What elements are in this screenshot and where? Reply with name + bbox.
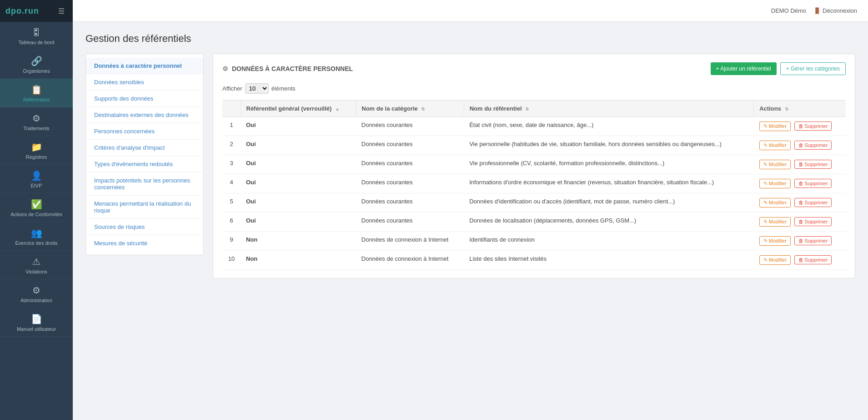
edit-button[interactable]: ✎ Modifier [759, 160, 791, 169]
sidebar-logo: dpo.run [5, 6, 39, 16]
cell-referentiel: Vie professionnelle (CV, scolarité, form… [464, 155, 754, 174]
delete-button[interactable]: 🗑 Supprimer [794, 217, 832, 226]
sidebar-item-administration[interactable]: ⚙ Administration [0, 279, 73, 308]
edit-button[interactable]: ✎ Modifier [759, 141, 791, 150]
delete-button[interactable]: 🗑 Supprimer [794, 141, 832, 150]
delete-button[interactable]: 🗑 Supprimer [794, 255, 832, 264]
sidebar-icon-traitements: ⚙ [32, 113, 40, 124]
table-row: 3 Oui Données courantes Vie professionne… [222, 155, 846, 174]
col-nom-categorie: Nom de la catégorie ⇅ [356, 101, 464, 117]
left-panel-item-destinataires-externes[interactable]: Destinataires externes des données [86, 107, 203, 123]
left-panel-item-donnees-sensibles[interactable]: Données sensibles [86, 74, 203, 91]
left-panel-item-types-evenements[interactable]: Types d'événements redoutés [86, 156, 203, 172]
sidebar-item-exercice-des-droits[interactable]: 👥 Exercice des droits [0, 222, 73, 251]
table-header-row: Référentiel général (verrouillé) ▲ Nom d… [222, 101, 846, 117]
cell-categorie: Données de connexion à Internet [356, 251, 464, 270]
cell-actions: ✎ Modifier 🗑 Supprimer [754, 136, 846, 155]
add-referentiel-button[interactable]: + Ajouter un référentiel [711, 62, 777, 75]
sidebar: dpo.run ☰ 🎛 Tableau de bord 🔗 Organismes… [0, 0, 73, 420]
edit-button[interactable]: ✎ Modifier [759, 255, 791, 265]
cell-actions: ✎ Modifier 🗑 Supprimer [754, 174, 846, 193]
left-panel-item-donnees-personnelles[interactable]: Données à caractère personnel [86, 58, 203, 74]
edit-button[interactable]: ✎ Modifier [759, 236, 791, 246]
content-area: Gestion des référentiels Données à carac… [73, 22, 868, 420]
sidebar-label-exercice-des-droits: Exercice des droits [15, 240, 58, 246]
sidebar-item-referentiels[interactable]: 📋 Référentiels [0, 79, 73, 107]
cell-general: Oui [241, 155, 356, 174]
table-row: 6 Oui Données courantes Données de local… [222, 213, 846, 232]
sort-icon-categorie[interactable]: ⇅ [421, 106, 425, 111]
sidebar-item-organismes[interactable]: 🔗 Organismes [0, 50, 73, 79]
sidebar-header: dpo.run ☰ [0, 0, 73, 22]
sidebar-icon-manuel-utilisateur: 📄 [31, 314, 42, 324]
cell-num: 6 [222, 213, 241, 232]
cell-general: Oui [241, 213, 356, 232]
sort-icon-actions[interactable]: ⇅ [785, 106, 788, 111]
left-panel-item-menaces[interactable]: Menaces permettant la réalisation du ris… [86, 196, 203, 219]
table-body: 1 Oui Données courantes État civil (nom,… [222, 117, 846, 270]
sidebar-item-actions-de-conformites[interactable]: ✅ Actions de Conformités [0, 193, 73, 222]
cell-categorie: Données de connexion à Internet [356, 232, 464, 251]
delete-button[interactable]: 🗑 Supprimer [794, 179, 832, 188]
left-panel-item-criteres-analyse-impact[interactable]: Critères d'analyse d'impact [86, 140, 203, 156]
left-panel-item-supports-des-donnees[interactable]: Supports des données [86, 91, 203, 107]
sidebar-item-eivp[interactable]: 👤 EIVP [0, 165, 73, 193]
sidebar-label-violations: Violations [25, 269, 47, 274]
cell-referentiel: Données de localisation (déplacements, d… [464, 213, 754, 232]
edit-button[interactable]: ✎ Modifier [759, 217, 791, 227]
delete-button[interactable]: 🗑 Supprimer [794, 236, 832, 245]
table-row: 9 Non Données de connexion à Internet Id… [222, 232, 846, 251]
edit-button[interactable]: ✎ Modifier [759, 198, 791, 207]
cell-actions: ✎ Modifier 🗑 Supprimer [754, 155, 846, 174]
section-header: ⚙ DONNÉES À CARACTÈRE PERSONNEL + Ajoute… [222, 62, 846, 75]
section-title-text: DONNÉES À CARACTÈRE PERSONNEL [232, 65, 353, 72]
sidebar-icon-referentiels: 📋 [31, 84, 42, 95]
col-nom-referentiel-label: Nom du référentiel [470, 105, 522, 112]
sidebar-icon-tableau-de-bord: 🎛 [32, 27, 41, 38]
left-panel-item-sources-de-risques[interactable]: Sources de risques [86, 219, 203, 235]
sidebar-toggle-icon[interactable]: ☰ [55, 6, 67, 16]
logout-label: Déconnexion [823, 7, 857, 14]
show-entries-select[interactable]: 102550100 [245, 83, 269, 94]
cell-referentiel: Identifiants de connexion [464, 232, 754, 251]
sidebar-icon-violations: ⚠ [32, 256, 40, 267]
delete-button[interactable]: 🗑 Supprimer [794, 160, 832, 169]
delete-button[interactable]: 🗑 Supprimer [794, 198, 832, 207]
manage-categories-button[interactable]: + Gérer les catégories [780, 62, 846, 75]
left-panel-item-personnes-concernees[interactable]: Personnes concernées [86, 123, 203, 140]
cell-num: 3 [222, 155, 241, 174]
logo-text: dpo [5, 6, 22, 15]
sidebar-label-tableau-de-bord: Tableau de bord [19, 40, 55, 45]
left-panel-item-mesures-securite[interactable]: Mesures de sécurité [86, 235, 203, 251]
sidebar-item-violations[interactable]: ⚠ Violations [0, 251, 73, 279]
cell-general: Oui [241, 174, 356, 193]
col-nom-categorie-label: Nom de la catégorie [361, 105, 418, 112]
cell-general: Oui [241, 117, 356, 136]
sort-icon-referentiel[interactable]: ▲ [335, 106, 340, 111]
sort-icon-nom[interactable]: ⇅ [525, 106, 529, 111]
table-row: 1 Oui Données courantes État civil (nom,… [222, 117, 846, 136]
sidebar-item-registres[interactable]: 📁 Registres [0, 136, 73, 165]
show-entries-suffix: éléments [271, 85, 296, 92]
sidebar-item-tableau-de-bord[interactable]: 🎛 Tableau de bord [0, 22, 73, 50]
cell-referentiel: Données d'identification ou d'accès (ide… [464, 193, 754, 213]
logout-button[interactable]: 🚪 Déconnexion [813, 7, 857, 14]
sidebar-label-traitements: Traitements [23, 126, 50, 131]
sidebar-item-manuel-utilisateur[interactable]: 📄 Manuel utilisateur [0, 308, 73, 337]
delete-button[interactable]: 🗑 Supprimer [794, 121, 832, 131]
edit-button[interactable]: ✎ Modifier [759, 121, 791, 131]
left-panel-item-impacts-potentiels[interactable]: Impacts potentiels sur les personnes con… [86, 172, 203, 196]
col-actions: Actions ⇅ [754, 101, 846, 117]
cell-actions: ✎ Modifier 🗑 Supprimer [754, 213, 846, 232]
sidebar-label-referentiels: Référentiels [23, 97, 50, 102]
col-nom-referentiel: Nom du référentiel ⇅ [464, 101, 754, 117]
show-entries-label: Afficher [222, 85, 242, 92]
cell-num: 10 [222, 251, 241, 270]
edit-button[interactable]: ✎ Modifier [759, 179, 791, 188]
sidebar-item-traitements[interactable]: ⚙ Traitements [0, 107, 73, 136]
sidebar-icon-actions-de-conformites: ✅ [31, 199, 42, 210]
cell-categorie: Données courantes [356, 117, 464, 136]
topbar-user: DEMO Démo [771, 7, 806, 14]
cell-categorie: Données courantes [356, 193, 464, 213]
sidebar-icon-registres: 📁 [31, 142, 42, 152]
